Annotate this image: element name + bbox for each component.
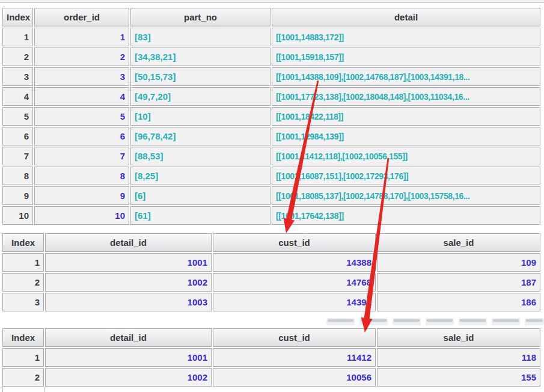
column-header-part_no[interactable]: part_no bbox=[130, 8, 270, 26]
table-cell-detail[interactable]: [[1001,12984,139]] bbox=[272, 127, 540, 145]
column-header-detail[interactable]: detail bbox=[272, 8, 540, 26]
column-header-order_id[interactable]: order_id bbox=[34, 8, 129, 26]
table-cell-index[interactable]: 9 bbox=[2, 186, 33, 205]
column-header-detail_id[interactable]: detail_id bbox=[45, 328, 212, 347]
column-header-index[interactable]: Index bbox=[2, 8, 33, 26]
table-cell-sale_id[interactable]: 187 bbox=[377, 273, 540, 292]
column-header-index[interactable]: Index bbox=[2, 233, 44, 252]
table-cell-detail[interactable]: [[1001,14388,109],[1002,14768,187],[1003… bbox=[272, 67, 540, 86]
header-row: Indexdetail_idcust_idsale_id bbox=[2, 233, 540, 252]
header-row: Indexorder_idpart_nodetail bbox=[2, 8, 540, 26]
table-cell-cust_id[interactable]: 14391 bbox=[213, 293, 376, 311]
column-header-sale_id[interactable]: sale_id bbox=[377, 328, 540, 347]
table-row: 11[83][[1001,14883,172]] bbox=[2, 28, 540, 46]
table-cell-index[interactable]: 7 bbox=[2, 147, 33, 165]
cropped-row-left-border bbox=[2, 387, 3, 392]
table-cell-part_no[interactable]: [61] bbox=[130, 206, 270, 225]
table-cell-index[interactable]: 1 bbox=[2, 348, 44, 367]
table-cell-sale_id[interactable]: 118 bbox=[377, 348, 540, 367]
column-header-index[interactable]: Index bbox=[2, 328, 44, 347]
table-cell-part_no[interactable]: [83] bbox=[130, 28, 270, 46]
column-header-cust_id[interactable]: cust_id bbox=[213, 233, 376, 252]
table-cell-index[interactable]: 3 bbox=[2, 293, 44, 311]
table-row: 88[8,25][[1001,16087,151],[1002,17293,17… bbox=[2, 167, 540, 185]
table-cell-detail[interactable]: [[1001,11412,118],[1002,10056,155]] bbox=[272, 147, 540, 165]
table-row: 2100214768187 bbox=[2, 273, 540, 292]
table-cell-index[interactable]: 4 bbox=[2, 87, 33, 106]
cropped-row-index-border bbox=[44, 387, 44, 392]
table-cell-index[interactable]: 2 bbox=[2, 47, 33, 66]
order7-detail-table: Indexdetail_idcust_idsale_id110011141211… bbox=[1, 327, 542, 388]
table-cell-cust_id[interactable]: 14768 bbox=[213, 273, 376, 292]
table-cell-order_id[interactable]: 6 bbox=[34, 127, 129, 145]
order7-detail-data-grid: Indexdetail_idcust_idsale_id110011141211… bbox=[1, 327, 542, 388]
orders-table: Indexorder_idpart_nodetail11[83][[1001,1… bbox=[1, 7, 542, 226]
table-cell-detail_id[interactable]: 1002 bbox=[45, 368, 212, 387]
column-header-cust_id[interactable]: cust_id bbox=[213, 328, 376, 347]
table-cell-index[interactable]: 1 bbox=[2, 28, 33, 46]
table-cell-index[interactable]: 8 bbox=[2, 167, 33, 185]
table-row: 77[88,53][[1001,11412,118],[1002,10056,1… bbox=[2, 147, 540, 165]
column-header-detail_id[interactable]: detail_id bbox=[45, 233, 212, 252]
table-cell-order_id[interactable]: 1 bbox=[34, 28, 129, 46]
table-cell-part_no[interactable]: [88,53] bbox=[130, 147, 270, 165]
table-cell-detail[interactable]: [[1001,17642,138]] bbox=[272, 206, 540, 225]
table-cell-index[interactable]: 6 bbox=[2, 127, 33, 145]
table-cell-index[interactable]: 2 bbox=[2, 273, 44, 292]
table-cell-cust_id[interactable]: 14388 bbox=[213, 253, 376, 272]
table-cell-detail[interactable]: [[1001,14883,172]] bbox=[272, 28, 540, 46]
table-row: 44[49,7,20][[1001,17723,138],[1002,18048… bbox=[2, 87, 540, 106]
table-row: 3100314391186 bbox=[2, 293, 540, 311]
table-cell-detail[interactable]: [[1001,18085,137],[1002,14788,170],[1003… bbox=[272, 186, 540, 205]
table-cell-order_id[interactable]: 8 bbox=[34, 167, 129, 185]
table-cell-sale_id[interactable]: 155 bbox=[377, 368, 540, 387]
table-row: 2100210056155 bbox=[2, 368, 540, 387]
orders-data-grid: Indexorder_idpart_nodetail11[83][[1001,1… bbox=[1, 7, 542, 226]
table-cell-detail_id[interactable]: 1002 bbox=[45, 273, 212, 292]
table-row: 1100114388109 bbox=[2, 253, 540, 272]
table-cell-index[interactable]: 3 bbox=[2, 67, 33, 86]
table-cell-order_id[interactable]: 7 bbox=[34, 147, 129, 165]
table-row: 99[6][[1001,18085,137],[1002,14788,170],… bbox=[2, 186, 540, 205]
table-cell-part_no[interactable]: [10] bbox=[130, 107, 270, 126]
table-cell-order_id[interactable]: 9 bbox=[34, 186, 129, 205]
table-row: 1100111412118 bbox=[2, 348, 540, 367]
table-cell-index[interactable]: 1 bbox=[2, 253, 44, 272]
table-row: 66[96,78,42][[1001,12984,139]] bbox=[2, 127, 540, 145]
table-cell-detail_id[interactable]: 1001 bbox=[45, 348, 212, 367]
table-cell-order_id[interactable]: 4 bbox=[34, 87, 129, 106]
header-row: Indexdetail_idcust_idsale_id bbox=[2, 328, 540, 347]
table-cell-index[interactable]: 5 bbox=[2, 107, 33, 126]
table-cell-detail_id[interactable]: 1001 bbox=[45, 253, 212, 272]
table-cell-order_id[interactable]: 3 bbox=[34, 67, 129, 86]
table-cell-detail[interactable]: [[1001,16087,151],[1002,17293,176]] bbox=[272, 167, 540, 185]
table-cell-detail[interactable]: [[1001,15918,157]] bbox=[272, 47, 540, 66]
table-cell-part_no[interactable]: [8,25] bbox=[130, 167, 270, 185]
table-row: 22[34,38,21][[1001,15918,157]] bbox=[2, 47, 540, 66]
table-cell-part_no[interactable]: [96,78,42] bbox=[130, 127, 270, 145]
order3-detail-table: Indexdetail_idcust_idsale_id110011438810… bbox=[1, 232, 542, 313]
obscured-row-strip bbox=[326, 318, 544, 325]
table-cell-order_id[interactable]: 2 bbox=[34, 47, 129, 66]
table-cell-part_no[interactable]: [34,38,21] bbox=[130, 47, 270, 66]
cropped-ui-top-border bbox=[0, 2, 544, 3]
table-cell-part_no[interactable]: [6] bbox=[130, 186, 270, 205]
table-row: 1010[61][[1001,17642,138]] bbox=[2, 206, 540, 225]
table-cell-order_id[interactable]: 10 bbox=[34, 206, 129, 225]
table-cell-cust_id[interactable]: 10056 bbox=[213, 368, 376, 387]
table-cell-sale_id[interactable]: 109 bbox=[377, 253, 540, 272]
table-cell-index[interactable]: 2 bbox=[2, 368, 44, 387]
table-cell-detail[interactable]: [[1001,17723,138],[1002,18048,148],[1003… bbox=[272, 87, 540, 106]
table-cell-part_no[interactable]: [49,7,20] bbox=[130, 87, 270, 106]
table-cell-order_id[interactable]: 5 bbox=[34, 107, 129, 126]
table-row: 33[50,15,73][[1001,14388,109],[1002,1476… bbox=[2, 67, 540, 86]
obscured-row-dashes bbox=[328, 319, 543, 322]
column-header-sale_id[interactable]: sale_id bbox=[377, 233, 540, 252]
table-cell-sale_id[interactable]: 186 bbox=[377, 293, 540, 311]
table-cell-index[interactable]: 10 bbox=[2, 206, 33, 225]
table-cell-part_no[interactable]: [50,15,73] bbox=[130, 67, 270, 86]
table-cell-detail[interactable]: [[1001,18422,118]] bbox=[272, 107, 540, 126]
table-cell-cust_id[interactable]: 11412 bbox=[213, 348, 376, 367]
table-cell-detail_id[interactable]: 1003 bbox=[45, 293, 212, 311]
table-row: 55[10][[1001,18422,118]] bbox=[2, 107, 540, 126]
